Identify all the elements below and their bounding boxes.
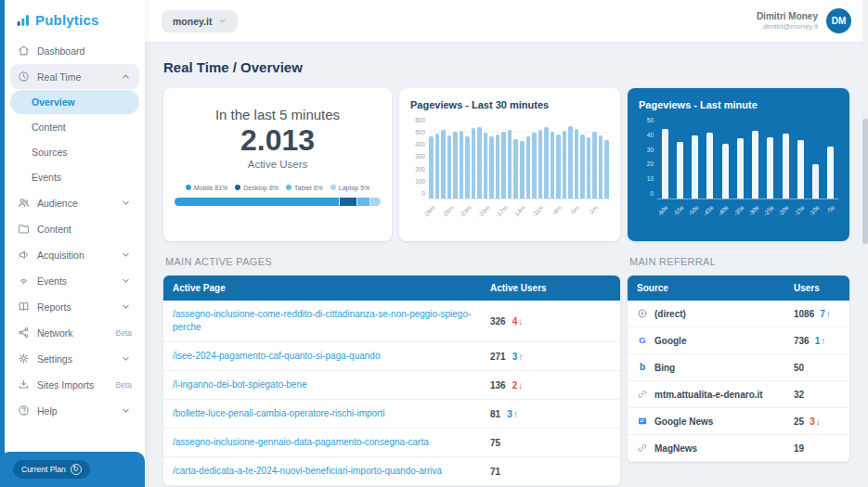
bar (538, 130, 543, 199)
stackbar-segment (370, 198, 381, 206)
stackbar-segment (340, 198, 356, 206)
direct-icon (637, 308, 648, 319)
referral-users-count: 19 (794, 443, 804, 454)
publytics-logo[interactable]: Publytics (5, 0, 145, 37)
table-row: mtm.attualita-e-denaro.it32 (628, 381, 849, 408)
bar (484, 133, 488, 199)
table-header: Active PageActive Users (163, 276, 620, 301)
sidebar-item-label: Dashboard (37, 45, 84, 57)
pageviews-last-minute-card: Pageviews - Last minute 50403020100-60s-… (628, 88, 849, 241)
col-active-users: Active Users (481, 276, 620, 301)
sidebar-item-audience[interactable]: Audience (10, 190, 139, 215)
bar (496, 135, 500, 199)
bar (453, 132, 458, 199)
legend-item: Laptop 5% (330, 185, 369, 191)
scrollbar-track[interactable] (862, 0, 868, 487)
referral-users-count: 1086 (794, 309, 814, 319)
bar (508, 130, 512, 199)
active-page-link[interactable]: /l-inganno-dei-bot-spiegato-bene (173, 378, 472, 391)
referral-source-label: Google (654, 336, 686, 346)
x-axis: -29m-26m-23m-20m-17m-14m-11m-8m-5m-2m (429, 202, 609, 226)
active-page-link[interactable]: /assegno-inclusione-come-reddito-di-citt… (173, 308, 472, 334)
site-selector[interactable]: money.it (162, 10, 238, 32)
delta-up: 3↑ (507, 409, 518, 419)
device-stackbar (175, 198, 381, 206)
active-page-link[interactable]: /carta-dedicata-a-te-2024-nuovi-benefici… (173, 465, 472, 478)
sidebar-item-network[interactable]: NetworkBeta (10, 320, 139, 345)
sidebar-nav: DashboardReal TimeOverviewContentSources… (5, 37, 145, 487)
sidebar-item-label: Acquisition (37, 250, 84, 261)
main-active-pages-column: MAIN ACTIVE PAGES Active PageActive User… (163, 256, 620, 486)
legend-dot (186, 185, 191, 190)
bar (575, 129, 579, 199)
sidebar-item-sources[interactable]: Sources (10, 140, 139, 164)
y-axis: 6005004003002001000 (410, 117, 429, 197)
sidebar-item-content[interactable]: Content (10, 216, 139, 241)
delta-up: 3↑ (512, 352, 524, 362)
plan-panel: Current Plan ↻ (0, 452, 145, 487)
active-users-count: 71 (490, 467, 500, 477)
active-page-link[interactable]: /assegno-inclusione-gennaio-data-pagamen… (173, 436, 472, 449)
cards-row: In the last 5 minutes 2.013 Active Users… (163, 88, 849, 241)
user-email: dimitri@money.it (757, 22, 818, 31)
table-row: /assegno-inclusione-come-reddito-di-citt… (163, 301, 620, 342)
active-users-value: 2.013 (240, 123, 315, 158)
bar (447, 135, 452, 199)
pageviews-30min-chart: 6005004003002001000-29m-26m-23m-20m-17m-… (410, 120, 609, 226)
col-active-page: Active Page (163, 276, 481, 301)
user-menu[interactable]: Dimitri Money dimitri@money.it DM (757, 8, 851, 33)
bar (501, 132, 506, 199)
delta-down: 3↓ (810, 417, 821, 427)
active-pages-table: Active PageActive Users/assegno-inclusio… (163, 276, 620, 486)
bar (662, 129, 668, 199)
sidebar-item-dashboard[interactable]: Dashboard (10, 38, 139, 63)
scrollbar-thumb[interactable] (862, 119, 868, 244)
active-users-count: 75 (490, 438, 500, 448)
link-icon (637, 442, 648, 454)
active-page-link[interactable]: /bollette-luce-penali-cambia-operatore-r… (173, 407, 472, 420)
bing-icon: b (637, 362, 648, 373)
sidebar-item-label: Content (37, 224, 71, 235)
share-icon (18, 327, 30, 339)
signal-icon (18, 275, 30, 287)
chevron-down-icon (120, 301, 132, 313)
sidebar-item-events[interactable]: Events (10, 268, 139, 293)
referral-source-label: (direct) (654, 309, 686, 319)
sidebar-item-label: Audience (37, 198, 78, 209)
google-icon: G (637, 335, 648, 346)
legend-dot (235, 185, 240, 190)
user-info: Dimitri Money dimitri@money.it (757, 11, 818, 31)
col-users: Users (784, 276, 849, 301)
active-page-link[interactable]: /isee-2024-pagamento-caf-quanto-si-paga-… (173, 350, 472, 363)
current-plan-button[interactable]: Current Plan ↻ (13, 460, 90, 479)
sidebar: Publytics DashboardReal TimeOverviewCont… (5, 0, 145, 487)
user-name: Dimitri Money (757, 11, 818, 21)
active-users-count: 136 (490, 380, 506, 391)
chevron-down-icon (120, 275, 132, 287)
bar (435, 134, 440, 199)
sidebar-item-overview[interactable]: Overview (10, 90, 139, 114)
help-icon (18, 404, 30, 417)
sidebar-item-help[interactable]: Help (10, 398, 139, 423)
sidebar-item-sites-imports[interactable]: Sites ImportsBeta (10, 372, 139, 397)
stackbar-segment (175, 198, 339, 206)
megaphone-icon (18, 249, 30, 261)
sidebar-item-events[interactable]: Events (10, 165, 139, 189)
svg-text:G: G (639, 335, 645, 345)
avatar[interactable]: DM (826, 8, 851, 33)
bar (544, 127, 549, 199)
sidebar-item-acquisition[interactable]: Acquisition (10, 242, 139, 267)
sidebar-item-settings[interactable]: Settings (10, 346, 139, 371)
sidebar-item-reports[interactable]: Reports (10, 294, 139, 319)
bar (692, 135, 698, 199)
main-area: money.it Dimitri Money dimitri@money.it … (145, 0, 868, 487)
x-axis: -60s-55s-50s-45s-40s-35s-30s-25s-20s-15s… (657, 202, 838, 226)
legend-dot (286, 185, 291, 190)
sidebar-item-real-time[interactable]: Real Time (10, 64, 139, 89)
bar (563, 131, 567, 199)
sidebar-item-label: Settings (37, 353, 72, 365)
sidebar-item-content[interactable]: Content (10, 115, 139, 139)
delta-up: 7↑ (820, 309, 831, 319)
table-row: /bollette-luce-penali-cambia-operatore-r… (163, 400, 620, 429)
sidebar-item-label: Sites Imports (37, 379, 94, 391)
